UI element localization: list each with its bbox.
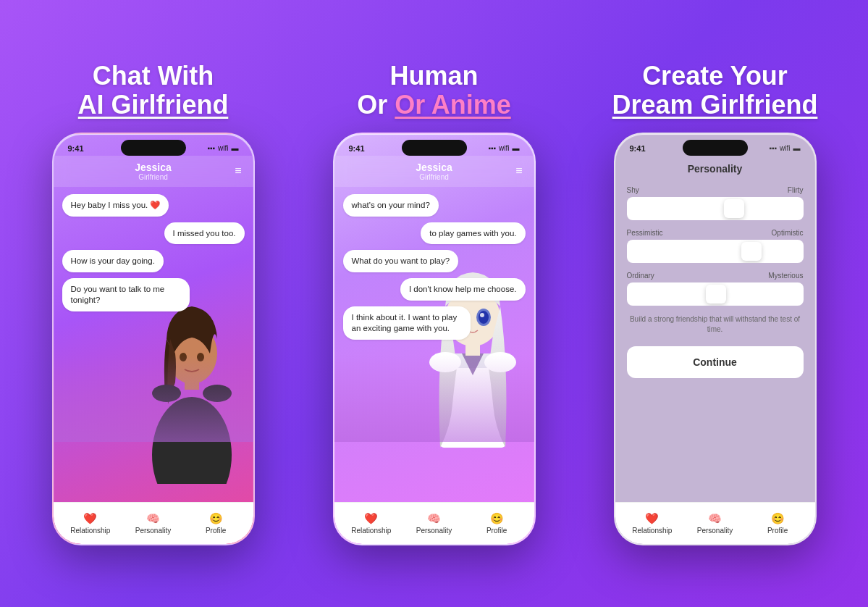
chat-header-1: Jessica Girlfriend ≡ [54,156,253,187]
brain-icon-3: 🧠 [708,512,722,525]
headline3-line1: Create Your [642,61,788,91]
slider-labels-1: Shy Flirty [627,186,804,194]
tab-label-pro-3: Profile [767,527,788,535]
chat-header-2: Jessica Girlfriend ≡ [334,156,534,187]
chat-area-1: Hey baby I miss you. ❤️ I missed you too… [54,187,253,404]
tab-label-rel-3: Relationship [632,527,672,535]
brain-icon-2: 🧠 [427,512,441,525]
character-role-1: Girlfriend [135,173,172,181]
heart-icon-1: ❤️ [83,512,97,525]
smile-icon-1: 😊 [209,512,223,525]
tab-profile-3[interactable]: 😊 Profile [756,512,799,535]
battery-icon-3: ▬ [793,144,801,152]
tab-bar-2: ❤️ Relationship 🧠 Personality 😊 Profile [334,502,534,544]
status-icons-2: ▪▪▪ wifi ▬ [488,144,519,152]
status-icons-3: ▪▪▪ wifi ▬ [769,144,800,152]
heart-icon-2: ❤️ [364,512,378,525]
slider-shy-flirty: Shy Flirty [627,186,804,220]
headline2-line1: Human [389,61,478,91]
time-1: 9:41 [68,144,84,153]
screen-3: Create Your Dream Girlfriend 9:41 ▪▪▪ wi… [581,14,849,593]
slider-labels-2: Pessimistic Optimistic [627,229,804,237]
anime-msg-4: I don't know help me choose. [400,278,526,301]
chat-name-1: Jessica Girlfriend [135,162,172,181]
message-2: I missed you too. [164,222,245,245]
message-4: Do you want to talk to me tonight? [62,278,190,311]
personality-heading: Personality [627,163,804,175]
tab-bar-1: ❤️ Relationship 🧠 Personality 😊 Profile [54,502,253,544]
dynamic-island-1 [121,140,186,156]
tab-relationship-1[interactable]: ❤️ Relationship [69,512,112,535]
menu-icon-2[interactable]: ≡ [515,164,522,177]
tab-label-per-2: Personality [416,527,452,535]
screen2-headline: Human Or Or Anime [357,62,511,119]
time-2: 9:41 [349,144,365,153]
slider-label-shy: Shy [627,186,639,194]
dynamic-island-2 [402,140,467,156]
create-content: Personality Shy Flirty Pessimistic Optim… [615,156,815,502]
slider-label-ordinary: Ordinary [627,272,654,280]
status-icons-1: ▪▪▪ wifi ▬ [207,144,238,152]
phone-1: 9:41 ▪▪▪ wifi ▬ Jessica Girlfriend ≡ [52,133,255,545]
brain-icon-1: 🧠 [146,512,160,525]
message-1: Hey baby I miss you. ❤️ [62,194,169,217]
tab-label-pro-2: Profile [486,527,507,535]
tab-bar-3: ❤️ Relationship 🧠 Personality 😊 Profile [615,502,815,544]
screen3-headline: Create Your Dream Girlfriend [612,62,817,119]
character-name-2: Jessica [416,162,452,173]
screen-1: Chat With AI Girlfriend 9:41 ▪▪▪ wifi ▬ … [20,14,287,593]
headline2-line2: Or Anime [395,90,511,120]
heart-icon-3: ❤️ [645,512,659,525]
wifi-icon-3: wifi [780,144,790,152]
chat-name-2: Jessica Girlfriend [416,162,452,181]
slider-labels-3: Ordinary Mysterious [627,272,804,280]
slider-thumb-1[interactable] [724,199,744,218]
slider-thumb-2[interactable] [741,242,762,261]
character-role-2: Girlfriend [416,173,452,181]
slider-label-pessimistic: Pessimistic [627,229,663,237]
message-3: How is your day going. [62,250,164,272]
signal-icon: ▪▪▪ [207,144,215,152]
tab-label-per-3: Personality [697,527,733,535]
character-name-1: Jessica [135,162,172,173]
battery-icon-2: ▬ [513,144,520,152]
anime-msg-3: What do you want to play? [343,250,459,272]
signal-icon-2: ▪▪▪ [488,144,496,152]
slider-track-1[interactable] [627,197,804,220]
wifi-icon: wifi [218,144,228,152]
svg-point-18 [484,352,516,372]
slider-track-3[interactable] [627,282,804,306]
tab-personality-1[interactable]: 🧠 Personality [131,512,174,535]
slider-pessimistic-optimistic: Pessimistic Optimistic [627,229,804,263]
tab-profile-2[interactable]: 😊 Profile [475,512,518,535]
headline-line2: AI Girlfriend [77,90,228,120]
slider-track-2[interactable] [627,240,804,263]
menu-icon-1[interactable]: ≡ [235,164,241,177]
smile-icon-2: 😊 [490,512,504,525]
slider-label-flirty: Flirty [788,186,804,194]
headline-line1: Chat With [93,61,214,91]
signal-icon-3: ▪▪▪ [769,144,777,152]
dynamic-island-3 [683,140,748,156]
battery-icon: ▬ [232,144,239,152]
slider-thumb-3[interactable] [706,285,726,304]
tab-label-rel-1: Relationship [70,527,110,535]
tab-label-pro-1: Profile [206,527,226,535]
screen1-headline: Chat With AI Girlfriend [77,62,228,119]
tab-profile-1[interactable]: 😊 Profile [194,512,237,535]
phone-2: 9:41 ▪▪▪ wifi ▬ Jessica Girlfriend ≡ [333,133,536,545]
phone-3: 9:41 ▪▪▪ wifi ▬ Personality Shy Flirty [614,133,817,545]
tab-personality-2[interactable]: 🧠 Personality [412,512,455,535]
svg-point-17 [429,352,461,372]
tab-relationship-3[interactable]: ❤️ Relationship [631,512,674,535]
headline3-line2: Dream Girlfriend [612,90,817,120]
tab-relationship-2[interactable]: ❤️ Relationship [350,512,393,535]
smile-icon-3: 😊 [771,512,785,525]
svg-point-0 [152,397,232,484]
tab-label-rel-2: Relationship [351,527,391,535]
continue-button[interactable]: Continue [627,346,804,378]
or-text: Or [357,90,395,120]
anime-msg-1: what's on your mind? [343,194,439,217]
tab-personality-3[interactable]: 🧠 Personality [693,512,736,535]
description-text: Build a strong friendship that will with… [627,314,804,335]
